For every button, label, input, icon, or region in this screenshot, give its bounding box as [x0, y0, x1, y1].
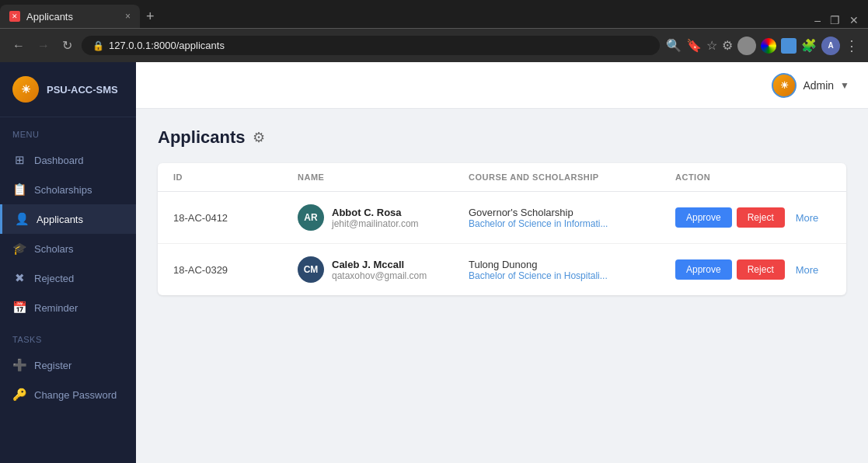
applicant-email: qataxohov@gmail.com	[332, 270, 427, 281]
address-bar: ← → ↻ 🔒 127.0.0.1:8000/applicants 🔍 🔖 ☆ …	[0, 28, 868, 62]
avatar-initials: CM	[304, 264, 319, 275]
puzzle-icon[interactable]: 🧩	[801, 38, 817, 53]
logo-text: PSU-ACC-SMS	[47, 84, 118, 96]
url-bar[interactable]: 🔒 127.0.0.1:8000/applicants	[82, 36, 660, 55]
avatar: AR	[298, 204, 324, 231]
tab-title: Applicants	[26, 11, 119, 23]
more-button[interactable]: More	[796, 264, 819, 276]
page-header: Applicants ⚙	[158, 127, 846, 148]
more-button[interactable]: More	[796, 212, 819, 224]
th-name: NAME	[298, 172, 469, 182]
tab-favicon: ✕	[9, 11, 20, 22]
bookmark-icon[interactable]: 🔖	[686, 38, 702, 53]
tasks-section-label: Tasks	[0, 322, 136, 350]
applicants-table: ID NAME COURSE AND SCHOLARSHIP ACTION 18…	[158, 163, 846, 295]
reminder-icon: 📅	[12, 301, 26, 315]
course-cell: Tulong Dunong Bachelor of Science in Hos…	[469, 259, 675, 281]
change-password-icon: 🔑	[12, 388, 26, 402]
admin-section[interactable]: ☀ Admin ▼	[772, 73, 849, 98]
sidebar-item-label: Register	[34, 360, 71, 371]
sidebar-item-scholarships[interactable]: 📋 Scholarships	[0, 175, 136, 204]
admin-avatar: ☀	[772, 73, 797, 98]
applicant-id: 18-AC-0412	[173, 212, 298, 224]
star-icon[interactable]: ☆	[706, 38, 717, 53]
course-name: Bachelor of Science in Hospitali...	[469, 270, 675, 281]
profile-avatar[interactable]	[737, 37, 756, 55]
action-cell: Approve Reject More	[675, 207, 831, 228]
toolbar-icons: 🔍 🔖 ☆ ⚙ 🧩 A ⋮	[666, 37, 859, 55]
active-tab[interactable]: ✕ Applicants ×	[0, 5, 140, 28]
sidebar-item-change-password[interactable]: 🔑 Change Password	[0, 380, 136, 409]
sidebar-item-label: Rejected	[34, 273, 74, 284]
menu-section-label: Menu	[0, 117, 136, 145]
course-name: Bachelor of Science in Informati...	[469, 218, 675, 229]
sidebar-item-rejected[interactable]: ✖ Rejected	[0, 263, 136, 293]
th-id: ID	[173, 172, 298, 182]
lock-icon: 🔒	[92, 40, 104, 51]
reject-button[interactable]: Reject	[737, 259, 785, 280]
forward-button[interactable]: →	[34, 37, 53, 54]
scholars-icon: 🎓	[12, 242, 26, 256]
applicant-name: Abbot C. Rosa	[332, 207, 419, 218]
avatar: CM	[298, 256, 324, 283]
applicant-name: Caleb J. Mccall	[332, 259, 427, 270]
page-body: Applicants ⚙ ID NAME COURSE AND SCHOLARS…	[136, 109, 868, 463]
sidebar-item-label: Scholarships	[34, 184, 92, 196]
browser-menu-button[interactable]: ⋮	[845, 37, 859, 54]
applicants-icon: 👤	[15, 212, 29, 226]
back-button[interactable]: ←	[9, 37, 28, 54]
maximize-button[interactable]: ❐	[827, 12, 843, 28]
scholarship-name: Governor's Scholarship	[469, 207, 675, 218]
dashboard-icon: ⊞	[12, 153, 26, 167]
settings-icon[interactable]: ⚙	[722, 38, 733, 53]
sidebar-item-register[interactable]: ➕ Register	[0, 350, 136, 380]
sidebar-item-dashboard[interactable]: ⊞ Dashboard	[0, 145, 136, 175]
register-icon: ➕	[12, 358, 26, 372]
sidebar-item-reminder[interactable]: 📅 Reminder	[0, 293, 136, 322]
sidebar-logo: ☀ PSU-ACC-SMS	[0, 62, 136, 117]
rejected-icon: ✖	[12, 271, 26, 285]
sidebar-item-label: Change Password	[34, 389, 117, 401]
applicant-id: 18-AC-0329	[173, 264, 298, 276]
scholarships-icon: 📋	[12, 183, 26, 197]
tab-bar: ✕ Applicants × + – ❐ ✕	[0, 0, 868, 28]
browser-chrome: ✕ Applicants × + – ❐ ✕ ← → ↻ 🔒 127.0.0.1…	[0, 0, 868, 62]
sidebar-item-label: Scholars	[34, 243, 74, 255]
scholarship-name: Tulong Dunong	[469, 259, 675, 270]
minimize-button[interactable]: –	[811, 12, 824, 28]
table-row: 18-AC-0412 AR Abbot C. Rosa jehit@mailin…	[158, 192, 846, 244]
admin-chevron-icon: ▼	[840, 80, 849, 91]
tab-close-button[interactable]: ×	[125, 11, 131, 22]
sidebar-item-applicants[interactable]: 👤 Applicants	[0, 204, 136, 234]
main-content: ☀ Admin ▼ Applicants ⚙ ID NAME COURSE AN…	[136, 62, 868, 463]
table-row: 18-AC-0329 CM Caleb J. Mccall qataxohov@…	[158, 244, 846, 295]
name-cell: CM Caleb J. Mccall qataxohov@gmail.com	[298, 256, 469, 283]
sidebar-item-label: Reminder	[34, 302, 78, 314]
app-container: ☀ PSU-ACC-SMS Menu ⊞ Dashboard 📋 Scholar…	[0, 62, 868, 463]
page-title: Applicants	[158, 127, 245, 148]
page-settings-icon[interactable]: ⚙	[253, 129, 265, 146]
name-info: Abbot C. Rosa jehit@mailinator.com	[332, 207, 419, 229]
admin-name: Admin	[803, 79, 834, 92]
avatar-initials: AR	[304, 212, 317, 223]
extensions-icon[interactable]	[781, 38, 797, 54]
applicant-email: jehit@mailinator.com	[332, 218, 419, 229]
url-text: 127.0.0.1:8000/applicants	[109, 40, 225, 51]
name-cell: AR Abbot C. Rosa jehit@mailinator.com	[298, 204, 469, 231]
table-header: ID NAME COURSE AND SCHOLARSHIP ACTION	[158, 163, 846, 192]
close-window-button[interactable]: ✕	[846, 12, 862, 28]
th-course: COURSE AND SCHOLARSHIP	[469, 172, 675, 182]
user-toolbar-avatar[interactable]: A	[821, 37, 840, 55]
sidebar: ☀ PSU-ACC-SMS Menu ⊞ Dashboard 📋 Scholar…	[0, 62, 136, 463]
window-controls: – ❐ ✕	[805, 12, 868, 28]
approve-button[interactable]: Approve	[675, 207, 732, 228]
reload-button[interactable]: ↻	[59, 37, 75, 54]
sidebar-item-scholars[interactable]: 🎓 Scholars	[0, 234, 136, 263]
top-bar: ☀ Admin ▼	[136, 62, 868, 109]
course-cell: Governor's Scholarship Bachelor of Scien…	[469, 207, 675, 229]
reject-button[interactable]: Reject	[737, 207, 785, 228]
search-icon[interactable]: 🔍	[666, 38, 682, 53]
new-tab-button[interactable]: +	[140, 5, 161, 28]
approve-button[interactable]: Approve	[675, 259, 732, 280]
colorful-icon[interactable]	[761, 38, 776, 54]
